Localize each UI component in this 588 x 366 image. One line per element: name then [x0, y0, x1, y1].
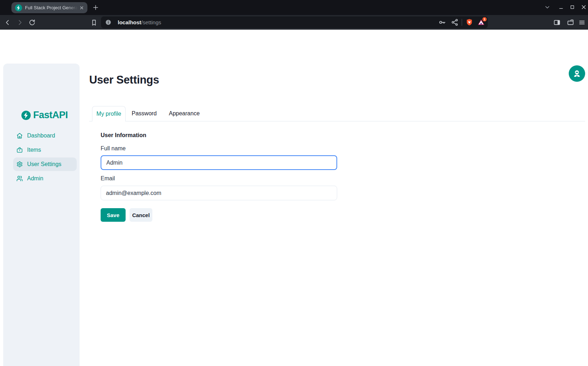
sidebar-item-label: Items: [27, 147, 41, 153]
url-text[interactable]: localhost/settings: [118, 16, 161, 28]
wallet-icon: [567, 19, 574, 26]
section-title: User Information: [101, 132, 146, 139]
fastapi-logo: FastAPI: [21, 110, 68, 121]
split-view-icon: [553, 19, 561, 26]
settings-tabs: My profile Password Appearance: [89, 106, 585, 121]
url-path: /settings: [141, 19, 161, 25]
reload-button[interactable]: [28, 19, 36, 26]
share-icon[interactable]: [451, 19, 458, 26]
hamburger-menu-icon: [578, 19, 586, 26]
plus-icon: [92, 4, 99, 11]
sidebar-nav: Dashboard Items User Settings: [13, 129, 77, 185]
browser-menu-button[interactable]: [578, 19, 586, 26]
briefcase-icon: [16, 147, 23, 153]
reload-icon: [29, 19, 36, 26]
bookmark-icon: [91, 19, 97, 26]
gear-icon: [16, 161, 23, 167]
site-info-icon[interactable]: [105, 19, 111, 25]
tab-close-icon[interactable]: [79, 5, 85, 11]
sidebar-item-admin[interactable]: Admin: [13, 172, 77, 185]
sidebar: FastAPI Dashboard Items: [3, 64, 80, 366]
save-button[interactable]: Save: [101, 208, 126, 222]
chevron-down-icon: [544, 4, 550, 10]
back-button[interactable]: [4, 19, 11, 26]
chevron-left-icon: [4, 19, 11, 26]
brand-name: FastAPI: [33, 110, 68, 121]
window-minimize-button[interactable]: [557, 3, 565, 11]
chevron-right-icon: [16, 19, 24, 26]
url-bar[interactable]: localhost/settings 1: [101, 16, 488, 28]
page-content: FastAPI Dashboard Items: [0, 30, 588, 366]
tab-my-profile[interactable]: My profile: [92, 106, 126, 121]
forward-button[interactable]: [16, 19, 24, 26]
sidebar-item-dashboard[interactable]: Dashboard: [13, 129, 77, 142]
email-input[interactable]: [101, 186, 337, 200]
full-name-input[interactable]: [101, 155, 337, 170]
tab-search-button[interactable]: [543, 3, 552, 11]
email-label: Email: [101, 175, 115, 182]
sidebar-item-label: Admin: [27, 175, 43, 182]
user-menu-button[interactable]: [569, 65, 585, 82]
rewards-badge: 1: [482, 17, 487, 22]
tab-title: Full Stack Project Genera: [25, 5, 79, 10]
minimize-icon: [558, 5, 564, 10]
users-icon: [16, 175, 23, 182]
maximize-icon: [570, 5, 575, 10]
fastapi-bolt-icon: [21, 111, 31, 120]
sidebar-toggle-button[interactable]: [553, 19, 561, 26]
close-icon: [581, 4, 587, 10]
user-astronaut-icon: [573, 69, 581, 78]
url-host: localhost: [118, 19, 141, 25]
wallet-button[interactable]: [567, 19, 574, 26]
page-title: User Settings: [89, 74, 159, 86]
window-close-button[interactable]: [579, 3, 588, 11]
browser-tab[interactable]: Full Stack Project Genera: [11, 2, 87, 13]
form-actions: Save Cancel: [101, 208, 152, 222]
toolbar-divider: [462, 19, 462, 26]
sidebar-item-label: Dashboard: [27, 132, 55, 139]
tab-password[interactable]: Password: [126, 106, 163, 121]
full-name-label: Full name: [101, 145, 126, 152]
fastapi-favicon-icon: [15, 4, 22, 11]
brave-rewards-button[interactable]: 1: [477, 18, 485, 26]
window-maximize-button[interactable]: [568, 3, 577, 11]
bookmark-button[interactable]: [90, 19, 98, 26]
browser-toolbar: localhost/settings 1: [0, 15, 588, 30]
sidebar-item-items[interactable]: Items: [13, 143, 77, 157]
cancel-button[interactable]: Cancel: [130, 208, 152, 222]
home-icon: [16, 132, 23, 139]
sidebar-item-user-settings[interactable]: User Settings: [13, 157, 77, 171]
brave-shield-icon[interactable]: [466, 19, 473, 26]
new-tab-button[interactable]: [91, 3, 100, 12]
browser-tab-bar: Full Stack Project Genera: [0, 0, 588, 15]
password-key-icon[interactable]: [439, 19, 446, 26]
sidebar-item-label: User Settings: [27, 161, 61, 167]
tab-appearance[interactable]: Appearance: [163, 106, 206, 121]
